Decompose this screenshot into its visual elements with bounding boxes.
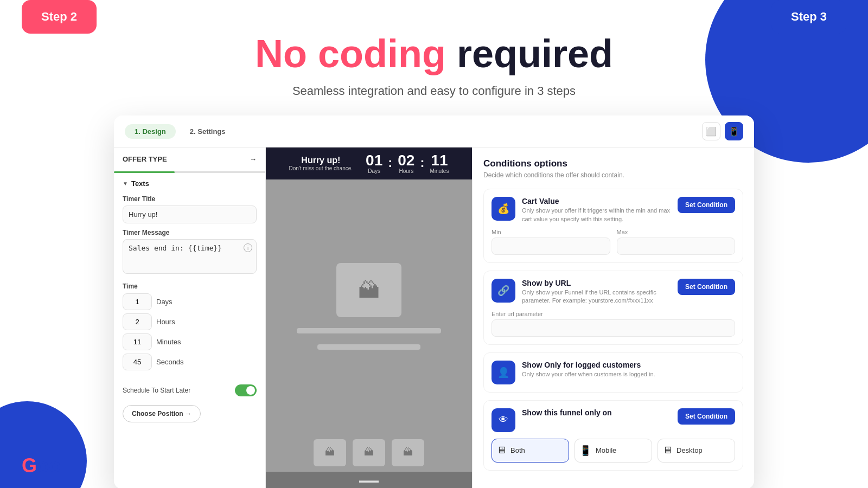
- colon-2: :: [420, 156, 424, 169]
- mobile-device-icon: 📱: [579, 445, 591, 457]
- page-title: No coding required: [0, 33, 868, 75]
- cart-value-card: 💰 Cart Value Only show your offer if it …: [483, 189, 743, 263]
- center-panel: Hurry up! Don't miss out the chance. 01 …: [266, 147, 472, 488]
- choose-position-button[interactable]: Choose Position →: [123, 405, 201, 422]
- toggle-arrow-icon: ▼: [123, 181, 128, 187]
- logo-text: Goo: [22, 454, 61, 477]
- url-name: Show by URL: [522, 279, 671, 287]
- device-set-btn[interactable]: Set Condition: [678, 408, 735, 425]
- timer-subtitle-display: Don't miss out the chance.: [289, 165, 353, 171]
- url-row: 🔗 Show by URL Only show your Funnel if t…: [492, 279, 735, 305]
- schedule-label: Schedule To Start Later: [123, 387, 190, 394]
- time-row-days: Days: [123, 293, 257, 310]
- device-both[interactable]: 🖥 Both: [492, 439, 569, 463]
- timer-days-label: Days: [366, 168, 382, 174]
- timer-digits: 01 Days : 02 Hours : 11 Minutes: [366, 153, 449, 174]
- offer-type-header: OFFER TYPE →: [114, 147, 265, 171]
- logged-info: Show Only for logged customers Only show…: [522, 361, 735, 378]
- minutes-unit: Minutes: [156, 338, 181, 346]
- device-desktop[interactable]: 🖥 Desktop: [658, 439, 735, 463]
- texts-toggle[interactable]: ▼ Texts: [123, 179, 257, 188]
- logo-red: G: [22, 454, 37, 477]
- left-panel: OFFER TYPE → ▼ Texts Timer Title Timer M…: [114, 147, 266, 488]
- desktop-label: Desktop: [676, 446, 703, 454]
- logo: Goo: [22, 454, 61, 477]
- timer-title-label: Timer Title: [123, 195, 257, 203]
- desktop-device-icon: 🖥: [662, 445, 672, 456]
- offer-type-progress: [114, 171, 265, 173]
- timer-hours: 02 Hours: [398, 153, 414, 174]
- tab-settings[interactable]: 2. Settings: [180, 124, 235, 139]
- device-name: Show this funnel only on: [522, 408, 671, 417]
- timer-bar: Hurry up! Don't miss out the chance. 01 …: [266, 147, 472, 179]
- url-input-wrapper: Enter url parameter: [492, 311, 735, 337]
- timer-message-input[interactable]: Sales end in: {{time}}: [123, 239, 257, 274]
- max-label: Max: [617, 229, 736, 235]
- timer-days-value: 01: [366, 153, 382, 168]
- cart-value-set-btn[interactable]: Set Condition: [678, 197, 735, 213]
- tab-design[interactable]: 1. Design: [125, 124, 176, 139]
- min-input[interactable]: [492, 237, 610, 255]
- step-3-badge: Step 3: [771, 0, 846, 34]
- url-set-btn[interactable]: Set Condition: [678, 279, 735, 295]
- device-options: 🖥 Both 📱 Mobile 🖥 Desktop: [492, 439, 735, 463]
- timer-minutes-value: 11: [430, 153, 449, 168]
- timer-minutes-label: Minutes: [430, 168, 449, 174]
- window-body: OFFER TYPE → ▼ Texts Timer Title Timer M…: [114, 147, 754, 488]
- min-label: Min: [492, 229, 610, 235]
- device-mobile[interactable]: 📱 Mobile: [575, 439, 652, 463]
- hours-unit: Hours: [156, 318, 175, 326]
- thumbnail-3: 🏔: [392, 439, 424, 466]
- thumbnail-icon-1: 🏔: [325, 447, 335, 458]
- colon-1: :: [388, 156, 392, 169]
- min-max-row: Min Max: [492, 229, 735, 255]
- preview-area: 🏔: [266, 179, 472, 434]
- url-icon: 🔗: [492, 279, 515, 303]
- minutes-input[interactable]: [123, 333, 152, 350]
- product-image-placeholder: 🏔: [336, 263, 401, 317]
- time-section: Time Days Hours Minutes: [114, 282, 265, 380]
- offer-type-arrow-icon: →: [250, 155, 257, 163]
- logo-blue: oo: [37, 454, 61, 477]
- url-param-label: Enter url parameter: [492, 311, 735, 317]
- mobile-label: Mobile: [596, 446, 616, 454]
- device-card: 👁 Show this funnel only on Set Condition…: [483, 400, 743, 471]
- logged-name: Show Only for logged customers: [522, 361, 735, 369]
- right-panel: Conditions options Decide which conditio…: [472, 147, 754, 488]
- desktop-view-btn[interactable]: ⬜: [702, 122, 720, 140]
- conditions-subtitle: Decide which conditions the offer should…: [483, 171, 743, 179]
- conditions-title: Conditions options: [483, 158, 743, 169]
- image-icon: 🏔: [358, 278, 380, 303]
- title-highlight: No coding: [255, 32, 446, 75]
- cart-value-name: Cart Value: [522, 197, 671, 206]
- cart-value-row: 💰 Cart Value Only show your offer if it …: [492, 197, 735, 223]
- logged-icon: 👤: [492, 361, 515, 384]
- timer-text-block: Hurry up! Don't miss out the chance.: [289, 156, 353, 171]
- bottom-thumbnails: 🏔 🏔 🏔: [266, 434, 472, 472]
- url-info: Show by URL Only show your Funnel if the…: [522, 279, 671, 305]
- schedule-toggle[interactable]: [235, 384, 257, 396]
- min-group: Min: [492, 229, 610, 255]
- app-window: 1. Design 2. Settings ⬜ 📱 OFFER TYPE →: [114, 115, 754, 488]
- offer-type-progress-bar: [114, 171, 175, 173]
- timer-hours-label: Hours: [398, 168, 414, 174]
- mobile-view-btn[interactable]: 📱: [725, 122, 743, 140]
- device-icon: 👁: [492, 408, 515, 432]
- thumbnail-icon-2: 🏔: [364, 447, 374, 458]
- url-param-input[interactable]: [492, 319, 735, 337]
- days-input[interactable]: [123, 293, 152, 310]
- window-topbar: 1. Design 2. Settings ⬜ 📱: [114, 115, 754, 147]
- max-input[interactable]: [617, 237, 736, 255]
- page-header: No coding required Seamless integration …: [0, 0, 868, 98]
- timer-message-wrapper: Sales end in: {{time}} i: [123, 239, 257, 276]
- time-row-minutes: Minutes: [123, 333, 257, 350]
- logged-desc: Only show your offer when customers is l…: [522, 370, 735, 378]
- timer-title-input[interactable]: [123, 206, 257, 223]
- view-toggle: ⬜ 📱: [702, 122, 743, 140]
- hours-input[interactable]: [123, 313, 152, 330]
- both-icon: 🖥: [496, 445, 506, 456]
- timer-title-display: Hurry up!: [289, 156, 353, 165]
- seconds-input[interactable]: [123, 354, 152, 370]
- add-bar-text: ▬▬▬: [359, 477, 379, 484]
- seconds-unit: Seconds: [156, 358, 184, 366]
